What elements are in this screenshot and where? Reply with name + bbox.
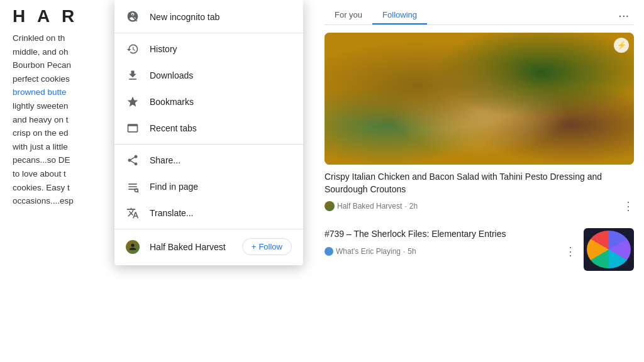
recent-tabs-icon — [126, 121, 140, 135]
main-news-more-icon[interactable]: ⋮ — [623, 199, 634, 213]
tab-following[interactable]: Following — [372, 6, 427, 25]
menu-item-follow[interactable]: Half Baked Harvest + Follow — [114, 232, 303, 261]
history-label: History — [150, 44, 177, 54]
tab-more[interactable]: ··· — [613, 8, 634, 23]
small-news-dot: · — [403, 247, 405, 256]
lightning-badge: ⚡ — [614, 38, 629, 53]
menu-divider-1 — [114, 33, 303, 33]
small-news-title: #739 – The Sherlock Files: Elementary En… — [325, 228, 576, 241]
main-news-source: Half Baked Harvest · 2h — [325, 201, 418, 211]
translate-label: Translate... — [150, 208, 194, 218]
follow-source-name: Half Baked Harvest — [150, 242, 226, 252]
svg-line-2 — [138, 192, 139, 193]
follow-plus: + — [252, 242, 257, 251]
find-in-page-label: Find in page — [150, 182, 198, 192]
main-news-card-image: ⚡ — [325, 33, 634, 165]
history-icon — [126, 42, 140, 56]
background-content: H A R Crinkled on th middle, and oh Bour… — [0, 0, 644, 362]
translate-icon — [126, 206, 140, 220]
main-news-dot: · — [404, 202, 406, 211]
follow-label: Follow — [258, 242, 282, 251]
bookmarks-label: Bookmarks — [150, 97, 194, 107]
salad-image — [325, 33, 634, 165]
menu-divider-3 — [114, 229, 303, 229]
small-news-more-icon[interactable]: ⋮ — [565, 244, 576, 258]
small-news-card[interactable]: #739 – The Sherlock Files: Elementary En… — [325, 223, 634, 276]
news-tabs: For you Following ··· — [325, 6, 634, 25]
downloads-icon — [126, 69, 140, 82]
find-icon — [126, 180, 140, 194]
menu-item-history[interactable]: History — [114, 36, 303, 62]
small-news-source-name: What's Eric Playing — [336, 247, 401, 256]
tab-for-you[interactable]: For you — [325, 6, 372, 25]
small-news-meta: What's Eric Playing · 5h ⋮ — [325, 244, 576, 258]
main-news-source-icon — [325, 201, 335, 211]
menu-divider-2 — [114, 144, 303, 145]
main-news-time: 2h — [409, 202, 418, 211]
thumbnail-art — [587, 231, 631, 268]
new-incognito-tab-label: New incognito tab — [150, 12, 219, 22]
main-news-title: Crispy Italian Chicken and Bacon Salad w… — [325, 171, 634, 195]
bookmarks-icon — [126, 95, 140, 109]
share-label: Share... — [150, 155, 180, 165]
dropdown-menu: New incognito tab History Downloads Book… — [114, 0, 303, 265]
main-news-card[interactable]: ⚡ Crispy Italian Chicken and Bacon Salad… — [325, 33, 634, 213]
menu-item-downloads[interactable]: Downloads — [114, 62, 303, 89]
incognito-icon — [126, 10, 140, 24]
small-news-time: 5h — [408, 247, 416, 256]
main-news-source-name: Half Baked Harvest — [337, 202, 402, 211]
follow-source-icon — [126, 240, 140, 254]
small-news-thumbnail — [584, 228, 634, 271]
share-icon — [126, 153, 140, 167]
menu-item-bookmarks[interactable]: Bookmarks — [114, 89, 303, 115]
browned-butte-text: browned butte — [13, 87, 67, 97]
menu-item-translate[interactable]: Translate... — [114, 200, 303, 226]
menu-item-share[interactable]: Share... — [114, 147, 303, 173]
recent-tabs-label: Recent tabs — [150, 123, 197, 133]
menu-item-recent-tabs[interactable]: Recent tabs — [114, 115, 303, 141]
small-news-text: #739 – The Sherlock Files: Elementary En… — [325, 228, 576, 258]
small-news-source-icon — [325, 247, 333, 256]
news-feed: For you Following ··· ⚡ Crispy Italian C… — [314, 0, 644, 362]
small-news-source: What's Eric Playing · 5h — [325, 247, 416, 256]
follow-source-left: Half Baked Harvest — [126, 240, 226, 254]
svg-point-3 — [131, 243, 134, 246]
downloads-label: Downloads — [150, 70, 193, 80]
menu-item-new-incognito-tab[interactable]: New incognito tab — [114, 4, 303, 30]
follow-button[interactable]: + Follow — [242, 238, 292, 255]
menu-item-find-in-page[interactable]: Find in page — [114, 173, 303, 200]
main-news-meta: Half Baked Harvest · 2h ⋮ — [325, 199, 634, 213]
